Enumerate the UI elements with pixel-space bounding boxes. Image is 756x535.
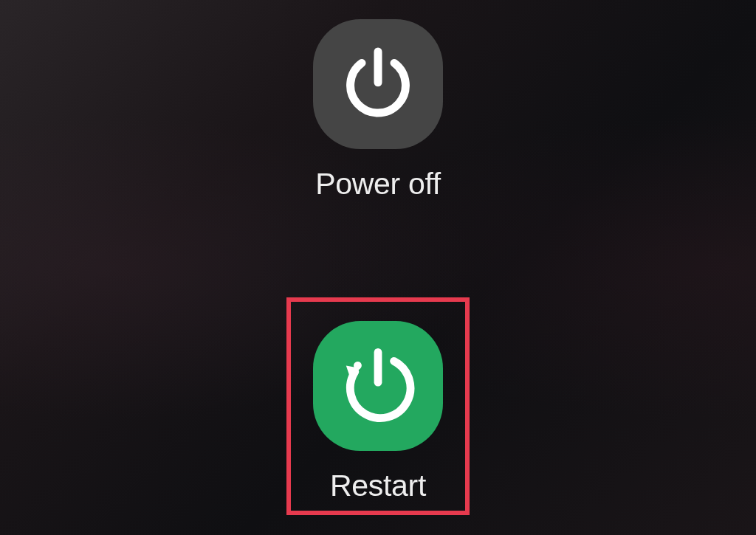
restart-option[interactable]: Restart: [313, 321, 443, 503]
restart-icon-box: [313, 321, 443, 451]
power-off-option[interactable]: Power off: [313, 19, 443, 201]
restart-label: Restart: [330, 469, 426, 503]
restart-highlight: Restart: [286, 297, 470, 515]
power-menu: Power off Restart: [286, 0, 470, 515]
power-off-label: Power off: [315, 167, 441, 201]
restart-icon: [334, 342, 422, 430]
power-icon: [337, 44, 419, 125]
power-off-icon-box: [313, 19, 443, 149]
